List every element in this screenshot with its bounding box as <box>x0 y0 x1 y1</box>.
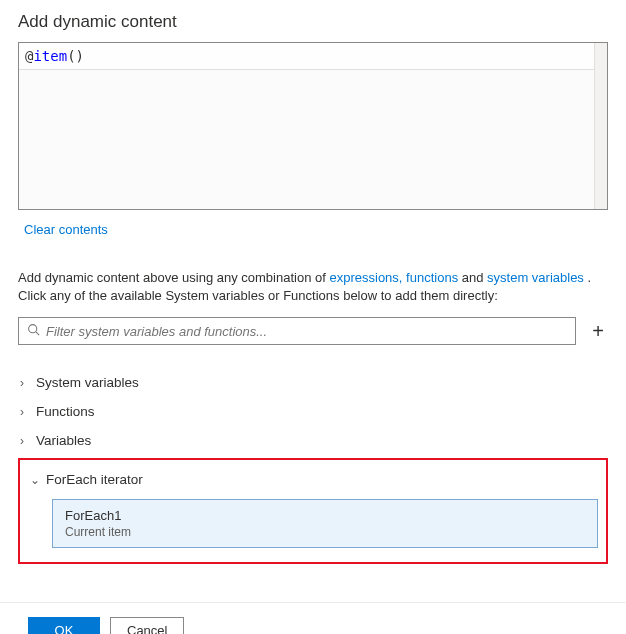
expressions-link[interactable]: expressions, <box>329 270 402 285</box>
item-title: ForEach1 <box>65 508 585 523</box>
editor-line: @item() <box>19 43 607 70</box>
expr-keyword: item <box>33 48 67 64</box>
ok-button[interactable]: OK <box>28 617 100 634</box>
chevron-right-icon: › <box>20 405 36 419</box>
group-label: System variables <box>36 375 139 390</box>
system-variables-link[interactable]: system variables <box>487 270 584 285</box>
search-icon <box>27 323 40 339</box>
svg-point-0 <box>29 325 37 333</box>
expr-parens: () <box>67 48 84 64</box>
filter-input[interactable] <box>46 324 567 339</box>
group-label: ForEach iterator <box>46 472 143 487</box>
svg-line-1 <box>36 332 39 335</box>
add-icon[interactable]: + <box>588 320 608 343</box>
chevron-right-icon: › <box>20 434 36 448</box>
highlight-box: ⌄ ForEach iterator ForEach1 Current item <box>18 458 608 564</box>
group-label: Variables <box>36 433 91 448</box>
group-label: Functions <box>36 404 95 419</box>
dialog-title: Add dynamic content <box>18 12 608 32</box>
help-pre: Add dynamic content above using any comb… <box>18 270 329 285</box>
group-foreach-iterator[interactable]: ⌄ ForEach iterator <box>28 468 598 491</box>
clear-contents-link[interactable]: Clear contents <box>24 222 108 237</box>
divider <box>0 602 626 603</box>
functions-link[interactable]: functions <box>406 270 458 285</box>
item-subtitle: Current item <box>65 525 585 539</box>
group-variables[interactable]: › Variables <box>18 429 608 452</box>
cancel-button[interactable]: Cancel <box>110 617 184 634</box>
help-mid: and <box>458 270 487 285</box>
group-functions[interactable]: › Functions <box>18 400 608 423</box>
editor-scrollbar[interactable] <box>594 43 607 209</box>
expression-editor[interactable]: @item() <box>18 42 608 210</box>
group-system-variables[interactable]: › System variables <box>18 371 608 394</box>
chevron-right-icon: › <box>20 376 36 390</box>
help-text: Add dynamic content above using any comb… <box>18 269 608 305</box>
filter-box[interactable] <box>18 317 576 345</box>
chevron-down-icon: ⌄ <box>30 473 46 487</box>
foreach-item-card[interactable]: ForEach1 Current item <box>52 499 598 548</box>
